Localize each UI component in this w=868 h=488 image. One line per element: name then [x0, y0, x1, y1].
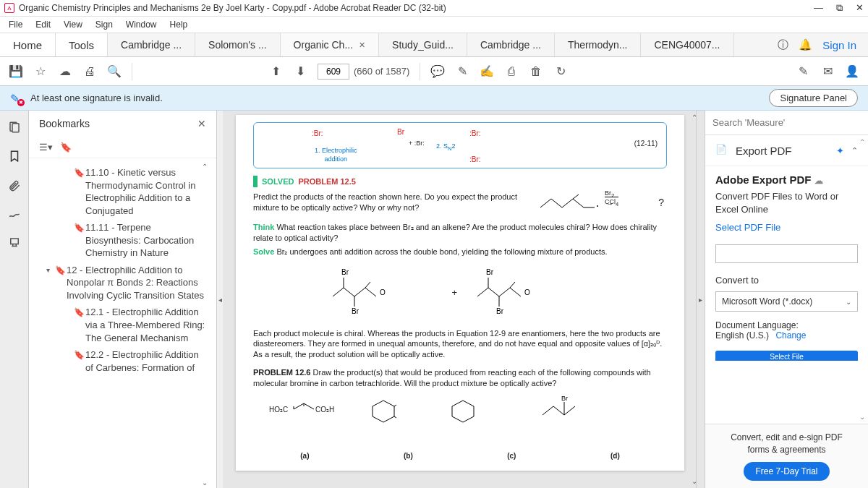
thumbnails-icon[interactable]	[7, 119, 22, 135]
chevron-down-icon[interactable]: ▾	[46, 265, 55, 275]
layers-icon[interactable]	[7, 235, 22, 251]
document-viewport[interactable]: ⌃ :Br: Br :Br: :Br: 1. Electrophilicaddi…	[224, 111, 705, 488]
share-icon[interactable]: 👤	[845, 64, 859, 79]
print-icon[interactable]: 🖨	[82, 64, 97, 79]
menu-window[interactable]: Window	[120, 18, 163, 31]
bookmarks-icon[interactable]	[7, 148, 22, 164]
share-sign-icon[interactable]: ✎	[796, 64, 810, 79]
adobe-export-sub: Convert PDF Files to Word or Excel Onlin…	[715, 190, 858, 216]
tab-doc-1[interactable]: Solomon's ...	[195, 33, 281, 56]
sign-in-link[interactable]: Sign In	[822, 39, 856, 51]
svg-rect-2	[10, 239, 18, 244]
save-icon[interactable]: 💾	[9, 64, 23, 79]
bookmark-options-icon[interactable]: ☰▾	[39, 142, 53, 153]
svg-text:Br: Br	[486, 268, 494, 276]
signature-invalid-icon	[10, 92, 23, 105]
doc-language-label: Document Language:	[715, 320, 858, 330]
info-icon: ✦	[836, 145, 844, 156]
left-rail	[0, 111, 29, 488]
signatures-rail-icon[interactable]	[7, 206, 22, 222]
page-total: (660 of 1587)	[354, 66, 409, 77]
tools-panel: ⌃ 📄 Export PDF ✦ ⌃ Adobe Export PDF ☁ Co…	[705, 111, 868, 488]
close-icon[interactable]: ✕	[359, 40, 365, 50]
bell-icon[interactable]: 🔔	[799, 38, 812, 51]
solved-problem-heading: SOLVED PROBLEM 12.5	[253, 176, 667, 187]
close-panel-icon[interactable]: ✕	[197, 118, 206, 129]
sign-icon[interactable]: ✍	[480, 64, 494, 79]
menu-edit[interactable]: Edit	[30, 18, 56, 31]
svg-text:O: O	[524, 288, 530, 296]
minimize-button[interactable]: —	[814, 2, 823, 14]
convert-to-label: Convert to	[705, 267, 868, 288]
scroll-up-icon[interactable]: ⌃	[202, 163, 208, 171]
scroll-up-icon[interactable]: ⌃	[859, 138, 865, 146]
tab-tools[interactable]: Tools	[56, 33, 108, 56]
chevron-down-icon: ⌄	[846, 298, 851, 306]
pdf-page: :Br: Br :Br: :Br: 1. Electrophilicadditi…	[236, 115, 684, 471]
comment-icon[interactable]: 💬	[430, 64, 445, 79]
close-button[interactable]: ✕	[856, 2, 864, 14]
maximize-button[interactable]: ⧉	[836, 2, 843, 14]
tab-doc-2[interactable]: Organic Ch...✕	[281, 33, 379, 56]
bookmarks-list: ⌃ 🔖 11.10 - Kinetic versus Thermodynamic…	[29, 161, 216, 488]
signature-panel-button[interactable]: Signature Panel	[769, 89, 858, 107]
window-title: Organic Chemistry Principles and Mechani…	[19, 3, 814, 13]
svg-text:Br: Br	[496, 307, 504, 315]
rotate-icon[interactable]: ↻	[553, 64, 568, 79]
expand-right-panel-button[interactable]: ▸	[696, 111, 705, 488]
stamp-icon[interactable]: ⎙	[504, 64, 519, 79]
reaction-diagram: :Br: Br :Br: :Br: 1. Electrophilicadditi…	[253, 122, 667, 168]
tab-home[interactable]: Home	[0, 33, 56, 56]
collapse-bookmarks-button[interactable]: ◂	[217, 111, 224, 488]
tab-doc-4[interactable]: Cambridge ...	[467, 33, 555, 56]
search-icon[interactable]: 🔍	[107, 64, 122, 79]
bookmark-item[interactable]: 🔖 11.10 - Kinetic versus Thermodynamic C…	[29, 164, 212, 219]
menu-view[interactable]: View	[58, 18, 88, 31]
acrobat-icon: A	[4, 3, 14, 13]
change-language-link[interactable]: Change	[775, 330, 806, 341]
select-file-button[interactable]: Select File	[715, 351, 858, 361]
export-pdf-row[interactable]: 📄 Export PDF ✦ ⌃	[705, 135, 868, 166]
scroll-up-icon[interactable]: ⌃	[692, 114, 697, 121]
highlight-icon[interactable]: ✎	[455, 64, 469, 79]
main-area: Bookmarks ✕ ☰▾ 🔖 ⌃ 🔖 11.10 - Kinetic ver…	[0, 111, 868, 488]
select-pdf-link[interactable]: Select PDF File	[715, 222, 858, 233]
selected-file-box[interactable]	[715, 244, 858, 263]
tab-doc-0[interactable]: Cambridge ...	[108, 33, 195, 56]
page-up-icon[interactable]: ⬆	[268, 64, 283, 79]
tab-doc-6[interactable]: CENG40007...	[641, 33, 733, 56]
attachments-icon[interactable]	[7, 177, 22, 193]
cloud-icon: ☁	[814, 176, 823, 186]
bookmark-item[interactable]: 🔖 12.1 - Electrophilic Addition via a Th…	[29, 304, 212, 346]
reaction-scheme: Br2CCl4 → ?	[537, 192, 667, 218]
help-icon[interactable]: ⓘ	[778, 38, 788, 52]
svg-rect-1	[12, 124, 19, 132]
svg-text:Br: Br	[352, 307, 359, 315]
tab-doc-5[interactable]: Thermodyn...	[555, 33, 641, 56]
scroll-down-icon[interactable]: ⌄	[202, 479, 208, 487]
chevron-up-icon[interactable]: ⌃	[851, 146, 858, 155]
menu-help[interactable]: Help	[164, 18, 194, 31]
page-down-icon[interactable]: ⬇	[293, 64, 307, 79]
menu-file[interactable]: File	[3, 18, 28, 31]
bookmark-item[interactable]: 🔖 11.11 - Terpene Biosynthesis: Carbocat…	[29, 219, 212, 262]
email-icon[interactable]: ✉	[820, 64, 835, 79]
star-icon[interactable]: ☆	[33, 64, 48, 79]
scroll-down-icon[interactable]: ⌄	[692, 477, 697, 485]
find-bookmark-icon[interactable]: 🔖	[60, 142, 72, 153]
page-number-input[interactable]	[318, 64, 349, 80]
separator	[420, 63, 420, 80]
format-select[interactable]: Microsoft Word (*.docx) ⌄	[715, 291, 858, 312]
trash-icon[interactable]: 🗑	[529, 64, 543, 79]
bookmark-ribbon-icon: 🔖	[74, 222, 85, 234]
free-trial-button[interactable]: Free 7-Day Trial	[744, 462, 829, 481]
bookmark-item[interactable]: 🔖 12.2 - Electrophilic Addition of Carbe…	[29, 346, 212, 376]
menu-sign[interactable]: Sign	[90, 18, 119, 31]
cloud-icon[interactable]: ☁	[58, 64, 72, 79]
svg-text:Br: Br	[341, 268, 349, 276]
scroll-down-icon[interactable]: ⌄	[859, 413, 865, 421]
signature-message: At least one signature is invalid.	[30, 93, 163, 103]
bookmark-item[interactable]: ▾ 🔖 12 - Electrophilic Addition to Nonpo…	[29, 262, 212, 304]
tools-search-input[interactable]	[705, 117, 868, 128]
tab-doc-3[interactable]: Study_Guid...	[379, 33, 467, 56]
